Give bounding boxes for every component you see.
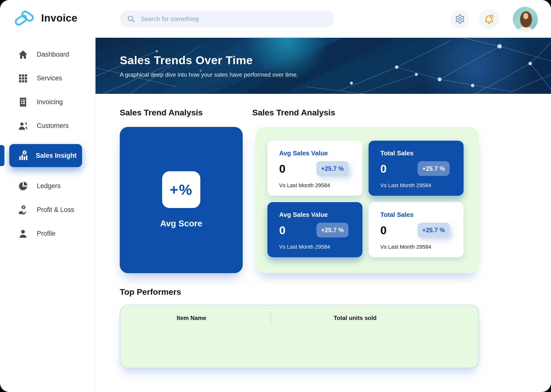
sidebar-item-invoicing[interactable]: Invoicing: [0, 90, 95, 114]
stat-card-value: 0: [380, 224, 387, 237]
app-logo: Invoice: [14, 9, 77, 27]
sidebar-item-ledgers[interactable]: Ledgers: [0, 174, 95, 198]
banner-text-block: Sales Trends Over Time A graphical deep …: [120, 53, 298, 78]
sidebar-item-label: Dashboard: [37, 51, 69, 58]
gear-icon: [455, 14, 465, 24]
stat-card-title: Avg Sales Value: [279, 149, 328, 157]
stat-card-change-badge: +25.7 %: [418, 223, 450, 237]
percent-plus-icon: +%: [162, 171, 200, 208]
pie-chart-icon: [18, 181, 28, 192]
top-bar: Invoice: [0, 0, 551, 38]
sidebar-item-label: Profit & Loss: [37, 206, 74, 214]
search-icon: [127, 15, 135, 23]
section-heading-sales-trend-left: Sales Trend Analysis: [120, 108, 203, 117]
sidebar: Dashboard Services Invoicin: [0, 38, 96, 392]
banner-title: Sales Trends Over Time: [120, 53, 298, 67]
receipt-icon: [18, 97, 28, 108]
stat-card-total-sales: Total Sales 0 +25.7 % Vs Last Month 2958…: [369, 141, 464, 196]
table-header-total-units: Total units sold: [334, 315, 377, 321]
sidebar-item-customers[interactable]: Customers: [0, 114, 95, 138]
stat-card-vs-label: Vs Last Month 29584: [279, 244, 330, 250]
section-heading-top-performers: Top Performers: [120, 287, 181, 297]
svg-text:$: $: [24, 151, 25, 154]
stat-card-title: Total Sales: [380, 149, 413, 157]
stat-card-total-sales-2: Total Sales 0 +25.7 % Vs Last Month 2958…: [369, 202, 464, 257]
avg-score-card: +% Avg Score: [120, 127, 243, 273]
user-avatar[interactable]: [513, 7, 538, 32]
section-heading-sales-trend-right: Sales Trend Analysis: [252, 108, 335, 117]
stat-card-value: 0: [279, 162, 286, 175]
avg-score-label: Avg Score: [120, 219, 243, 228]
sidebar-active-item-wrap: $ Sales Insight: [0, 144, 95, 167]
hero-banner: Sales Trends Over Time A graphical deep …: [96, 38, 551, 94]
stat-card-vs-label: Vs Last Month 29584: [380, 244, 431, 250]
person-icon: [18, 228, 28, 239]
sales-trend-stats-panel: Avg Sales Value 0 +25.7 % Vs Last Month …: [255, 127, 479, 273]
sidebar-item-services[interactable]: Services: [0, 66, 95, 90]
sidebar-item-label: Customers: [37, 122, 69, 130]
sidebar-item-label: Services: [37, 74, 62, 82]
notifications-button[interactable]: [479, 9, 499, 29]
top-performers-table: Item Name Total units sold: [120, 305, 479, 368]
home-icon: [18, 49, 28, 60]
sidebar-item-profit-loss[interactable]: $ Profit & Loss: [0, 198, 95, 222]
sidebar-item-label: Ledgers: [37, 182, 61, 190]
stat-card-vs-label: Vs Last Month 29584: [380, 182, 431, 189]
stat-card-title: Total Sales: [380, 211, 413, 219]
chain-link-logo-icon: [14, 9, 35, 27]
svg-text:$: $: [23, 206, 24, 208]
sidebar-item-sales-insight[interactable]: $ Sales Insight: [9, 144, 82, 167]
stat-card-value: 0: [380, 162, 387, 175]
grid-icon: [18, 73, 28, 84]
stat-card-vs-label: Vs Last Month 29584: [279, 182, 330, 189]
percent-plus-glyph: +%: [170, 181, 193, 198]
stat-card-title: Avg Sales Value: [279, 211, 328, 219]
stat-card-value: 0: [279, 224, 286, 237]
sidebar-item-dashboard[interactable]: Dashboard: [0, 43, 95, 66]
stat-card-change-badge: +25.7 %: [316, 161, 348, 176]
stat-card-avg-sales-value-2: Avg Sales Value 0 +25.7 % Vs Last Month …: [267, 202, 362, 257]
banner-subtitle: A graphical deep dive into how your sale…: [120, 71, 298, 78]
sidebar-item-label: Profile: [37, 230, 56, 237]
hand-coin-icon: $: [18, 205, 28, 215]
table-header-item-name: Item Name: [177, 315, 206, 321]
app-window: Invoice: [0, 0, 551, 392]
stat-card-avg-sales-value: Avg Sales Value 0 +25.7 % Vs Last Month …: [267, 141, 362, 196]
active-indicator: [0, 145, 4, 166]
settings-button[interactable]: [451, 10, 469, 28]
bell-icon: [483, 13, 495, 25]
stat-card-change-badge: +25.7 %: [316, 223, 348, 237]
search-input[interactable]: [141, 15, 327, 23]
customers-icon: [18, 121, 28, 131]
stat-card-change-badge: +25.7 %: [418, 161, 450, 176]
search-bar[interactable]: [120, 10, 334, 27]
sidebar-item-label: Sales Insight: [36, 152, 77, 159]
table-column-divider: [271, 311, 271, 325]
sidebar-item-profile[interactable]: Profile: [0, 222, 95, 245]
sales-insight-icon: $: [18, 150, 29, 161]
app-title: Invoice: [41, 12, 77, 24]
sidebar-item-label: Invoicing: [37, 98, 63, 106]
